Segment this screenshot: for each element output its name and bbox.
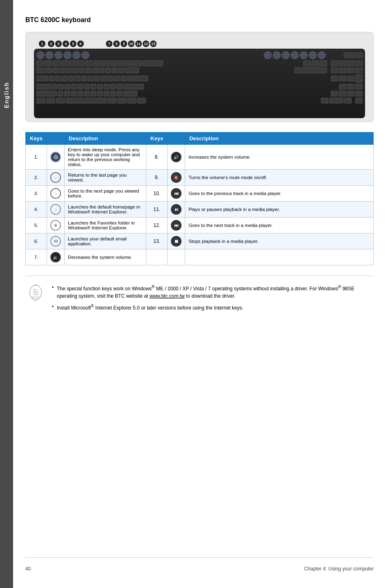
col-keys-left: Keys xyxy=(26,132,47,145)
key-icon: ✉ xyxy=(47,233,65,249)
key-badge-1: 1 xyxy=(39,40,45,47)
note-content: The special function keys work on Window… xyxy=(52,282,374,313)
right-key-num: 9. xyxy=(146,170,168,186)
right-key-desc: Increases the system volume. xyxy=(185,145,374,170)
key-num: 7. xyxy=(26,249,47,265)
table-row: 6. ✉ Launches your default email applica… xyxy=(26,233,374,249)
key-icon: ★ xyxy=(47,218,65,233)
key-desc: Launches your default email application. xyxy=(65,233,146,249)
key-icon: ⏻ xyxy=(47,145,65,170)
right-key-desc: Goes to the next track in a media player… xyxy=(185,218,374,233)
key-icon: → xyxy=(47,186,65,202)
svg-line-1 xyxy=(34,289,38,290)
note-section: The special function keys work on Window… xyxy=(25,276,374,313)
footer-page-number: 40 xyxy=(25,566,31,572)
key-desc: Returns to the last page you viewed. xyxy=(65,170,146,186)
right-key-icon: ⏹ xyxy=(168,233,185,249)
right-key-icon: 🔇 xyxy=(168,170,185,186)
key-badge-8: 8 xyxy=(113,40,120,47)
pencil-icon xyxy=(27,282,44,303)
right-key-num: 8. xyxy=(146,145,168,170)
key-desc: Goes to the next page you viewed before. xyxy=(65,186,146,202)
right-key-icon: 🔊 xyxy=(168,145,185,170)
right-key-num: 12. xyxy=(146,218,168,233)
svg-line-4 xyxy=(34,294,38,295)
right-key-icon: ⏮ xyxy=(168,186,185,202)
right-key-desc: Stops playback in a media player. xyxy=(185,233,374,249)
key-badge-12: 12 xyxy=(143,40,149,47)
key-num: 4. xyxy=(26,202,47,218)
key-icon: ⌂ xyxy=(47,202,65,218)
key-num: 3. xyxy=(26,186,47,202)
btc-link[interactable]: www.btc.com.tw xyxy=(150,293,185,299)
table-row: 4. ⌂ Launches the default homepage in Wi… xyxy=(26,202,374,218)
page-footer: 40 Chapter 4: Using your computer xyxy=(25,557,374,572)
key-badge-2: 2 xyxy=(48,40,54,47)
key-num: 6. xyxy=(26,233,47,249)
key-num: 1. xyxy=(26,145,47,170)
note-icon-area xyxy=(25,282,46,313)
keyboard-body xyxy=(34,49,365,118)
key-badge-9: 9 xyxy=(121,40,127,47)
key-num: 5. xyxy=(26,218,47,233)
table-row: 1. ⏻ Enters into sleep mode. Press any k… xyxy=(26,145,374,170)
right-key-desc: Plays or pauses playback in a media play… xyxy=(185,202,374,218)
table-row: 5. ★ Launches the Favorites folder in Wi… xyxy=(26,218,374,233)
right-key-icon: ⏭ xyxy=(168,218,185,233)
language-label: English xyxy=(3,82,10,108)
key-badge-13: 13 xyxy=(150,40,157,47)
key-badge-3: 3 xyxy=(55,40,62,47)
key-description-table: Keys Description Keys Description 1. ⏻ E… xyxy=(25,132,374,265)
right-key-num: 13. xyxy=(146,233,168,249)
right-key-num: 10. xyxy=(146,186,168,202)
svg-line-2 xyxy=(33,291,38,292)
table-row: 3. → Goes to the next page you viewed be… xyxy=(26,186,374,202)
key-badge-4: 4 xyxy=(63,40,69,47)
right-key-desc: Turns the volume's mute mode on/off. xyxy=(185,170,374,186)
key-badge-10: 10 xyxy=(128,40,134,47)
key-icon: 🔉 xyxy=(47,249,65,265)
table-row: 2. ← Returns to the last page you viewed… xyxy=(26,170,374,186)
keyboard-diagram: 1 2 3 4 5 6 7 8 9 10 11 12 13 xyxy=(25,32,374,122)
table-row: 7. 🔉 Decreases the system volume. xyxy=(26,249,374,265)
key-badge-6: 6 xyxy=(77,40,84,47)
key-desc: Launches the Favorites folder in Windows… xyxy=(65,218,146,233)
note-item-1: The special function keys work on Window… xyxy=(52,282,374,301)
right-key-icon: ⏯ xyxy=(168,202,185,218)
key-badge-5: 5 xyxy=(70,40,76,47)
col-keys-right: Keys xyxy=(146,132,168,145)
key-num: 2. xyxy=(26,170,47,186)
language-tab: English xyxy=(0,0,13,588)
key-icon: ← xyxy=(47,170,65,186)
right-key-num: 11. xyxy=(146,202,168,218)
col-desc-right: Description xyxy=(185,132,374,145)
svg-line-3 xyxy=(33,292,38,293)
key-desc: Decreases the system volume. xyxy=(65,249,146,265)
footer-chapter: Chapter 4: Using your computer xyxy=(304,566,374,572)
key-badge-7: 7 xyxy=(106,40,112,47)
page-title: BTC 6200C keyboard xyxy=(25,16,374,24)
key-desc: Enters into sleep mode. Press any key to… xyxy=(65,145,146,170)
col-desc-left: Description xyxy=(65,132,146,145)
key-badge-11: 11 xyxy=(135,40,142,47)
key-desc: Launches the default homepage in Windows… xyxy=(65,202,146,218)
right-key-desc: Goes to the previous track in a media pl… xyxy=(185,186,374,202)
note-item-2: Install Microsoft® Internet Explorer 5.0… xyxy=(52,301,374,313)
